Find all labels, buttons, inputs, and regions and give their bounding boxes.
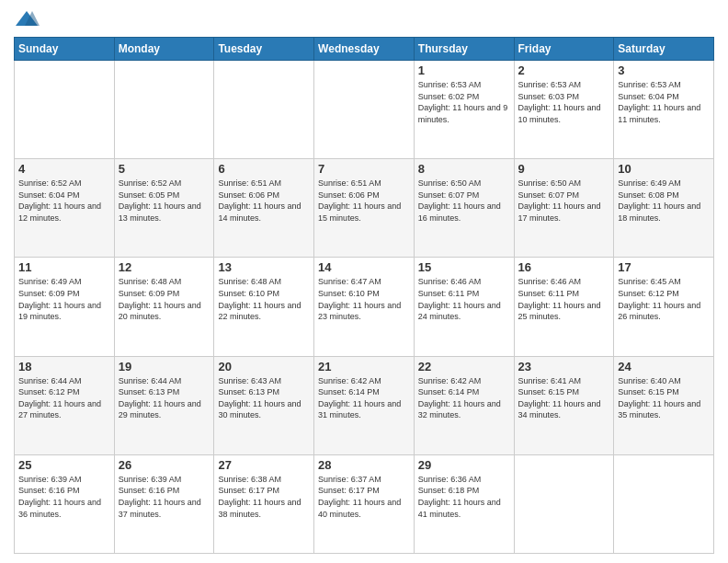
calendar-cell: 3Sunrise: 6:53 AM Sunset: 6:04 PM Daylig… <box>614 61 714 159</box>
day-info: Sunrise: 6:46 AM Sunset: 6:11 PM Dayligh… <box>518 276 610 322</box>
day-info: Sunrise: 6:42 AM Sunset: 6:14 PM Dayligh… <box>318 375 410 421</box>
calendar-header-row: SundayMondayTuesdayWednesdayThursdayFrid… <box>15 38 714 61</box>
day-number: 19 <box>119 360 210 373</box>
day-number: 16 <box>518 260 610 274</box>
day-number: 14 <box>318 260 410 274</box>
calendar-cell <box>314 61 415 159</box>
day-number: 1 <box>418 63 510 77</box>
day-number: 11 <box>18 260 110 274</box>
logo-icon <box>14 9 40 29</box>
day-number: 4 <box>18 162 110 176</box>
day-info: Sunrise: 6:51 AM Sunset: 6:06 PM Dayligh… <box>318 178 410 224</box>
day-number: 29 <box>418 458 510 472</box>
day-info: Sunrise: 6:38 AM Sunset: 6:17 PM Dayligh… <box>218 474 310 520</box>
calendar-day-header: Wednesday <box>314 38 415 61</box>
calendar-cell: 26Sunrise: 6:39 AM Sunset: 6:16 PM Dayli… <box>114 454 214 553</box>
calendar-cell: 11Sunrise: 6:49 AM Sunset: 6:09 PM Dayli… <box>15 258 115 356</box>
day-number: 10 <box>618 162 710 176</box>
day-info: Sunrise: 6:50 AM Sunset: 6:07 PM Dayligh… <box>418 178 510 224</box>
calendar-cell: 21Sunrise: 6:42 AM Sunset: 6:14 PM Dayli… <box>314 356 415 454</box>
calendar-cell: 29Sunrise: 6:36 AM Sunset: 6:18 PM Dayli… <box>414 454 514 553</box>
calendar-cell: 17Sunrise: 6:45 AM Sunset: 6:12 PM Dayli… <box>614 258 714 356</box>
day-number: 24 <box>618 360 710 373</box>
calendar-cell: 19Sunrise: 6:44 AM Sunset: 6:13 PM Dayli… <box>114 356 214 454</box>
day-info: Sunrise: 6:50 AM Sunset: 6:07 PM Dayligh… <box>518 178 610 224</box>
calendar-cell: 27Sunrise: 6:38 AM Sunset: 6:17 PM Dayli… <box>214 454 314 553</box>
day-number: 26 <box>119 458 210 472</box>
day-number: 6 <box>218 162 310 176</box>
day-number: 22 <box>418 360 510 373</box>
day-number: 23 <box>518 360 610 373</box>
calendar-cell: 14Sunrise: 6:47 AM Sunset: 6:10 PM Dayli… <box>314 258 415 356</box>
calendar-cell: 9Sunrise: 6:50 AM Sunset: 6:07 PM Daylig… <box>514 159 614 258</box>
calendar-cell: 2Sunrise: 6:53 AM Sunset: 6:03 PM Daylig… <box>514 61 614 159</box>
day-number: 25 <box>18 458 110 472</box>
calendar-cell: 4Sunrise: 6:52 AM Sunset: 6:04 PM Daylig… <box>15 159 115 258</box>
day-info: Sunrise: 6:52 AM Sunset: 6:04 PM Dayligh… <box>18 178 110 224</box>
day-info: Sunrise: 6:45 AM Sunset: 6:12 PM Dayligh… <box>618 276 710 322</box>
calendar-cell: 24Sunrise: 6:40 AM Sunset: 6:15 PM Dayli… <box>614 356 714 454</box>
calendar-cell: 15Sunrise: 6:46 AM Sunset: 6:11 PM Dayli… <box>414 258 514 356</box>
calendar-cell <box>614 454 714 553</box>
day-info: Sunrise: 6:44 AM Sunset: 6:13 PM Dayligh… <box>119 375 210 421</box>
day-info: Sunrise: 6:44 AM Sunset: 6:12 PM Dayligh… <box>18 375 110 421</box>
calendar-cell: 18Sunrise: 6:44 AM Sunset: 6:12 PM Dayli… <box>15 356 115 454</box>
day-info: Sunrise: 6:46 AM Sunset: 6:11 PM Dayligh… <box>418 276 510 322</box>
day-info: Sunrise: 6:53 AM Sunset: 6:04 PM Dayligh… <box>618 79 710 125</box>
calendar-cell: 1Sunrise: 6:53 AM Sunset: 6:02 PM Daylig… <box>414 61 514 159</box>
day-number: 21 <box>318 360 410 373</box>
calendar-cell: 6Sunrise: 6:51 AM Sunset: 6:06 PM Daylig… <box>214 159 314 258</box>
day-info: Sunrise: 6:47 AM Sunset: 6:10 PM Dayligh… <box>318 276 410 322</box>
calendar-cell: 7Sunrise: 6:51 AM Sunset: 6:06 PM Daylig… <box>314 159 415 258</box>
calendar-week-row: 1Sunrise: 6:53 AM Sunset: 6:02 PM Daylig… <box>15 61 714 159</box>
day-info: Sunrise: 6:48 AM Sunset: 6:09 PM Dayligh… <box>119 276 210 322</box>
day-info: Sunrise: 6:48 AM Sunset: 6:10 PM Dayligh… <box>218 276 310 322</box>
day-number: 5 <box>119 162 210 176</box>
calendar-cell: 8Sunrise: 6:50 AM Sunset: 6:07 PM Daylig… <box>414 159 514 258</box>
day-info: Sunrise: 6:53 AM Sunset: 6:03 PM Dayligh… <box>518 79 610 125</box>
page: SundayMondayTuesdayWednesdayThursdayFrid… <box>0 0 728 563</box>
day-number: 8 <box>418 162 510 176</box>
day-number: 3 <box>618 63 710 77</box>
calendar-cell: 13Sunrise: 6:48 AM Sunset: 6:10 PM Dayli… <box>214 258 314 356</box>
day-info: Sunrise: 6:53 AM Sunset: 6:02 PM Dayligh… <box>418 79 510 125</box>
calendar-cell: 20Sunrise: 6:43 AM Sunset: 6:13 PM Dayli… <box>214 356 314 454</box>
header <box>14 9 714 29</box>
day-number: 18 <box>18 360 110 373</box>
day-info: Sunrise: 6:49 AM Sunset: 6:08 PM Dayligh… <box>618 178 710 224</box>
day-number: 17 <box>618 260 710 274</box>
calendar-day-header: Tuesday <box>214 38 314 61</box>
day-info: Sunrise: 6:36 AM Sunset: 6:18 PM Dayligh… <box>418 474 510 520</box>
calendar-day-header: Monday <box>114 38 214 61</box>
day-info: Sunrise: 6:43 AM Sunset: 6:13 PM Dayligh… <box>218 375 310 421</box>
calendar-week-row: 18Sunrise: 6:44 AM Sunset: 6:12 PM Dayli… <box>15 356 714 454</box>
day-number: 28 <box>318 458 410 472</box>
calendar-day-header: Saturday <box>614 38 714 61</box>
day-number: 13 <box>218 260 310 274</box>
calendar-table: SundayMondayTuesdayWednesdayThursdayFrid… <box>14 37 714 554</box>
calendar-cell: 28Sunrise: 6:37 AM Sunset: 6:17 PM Dayli… <box>314 454 415 553</box>
day-info: Sunrise: 6:40 AM Sunset: 6:15 PM Dayligh… <box>618 375 710 421</box>
calendar-cell: 16Sunrise: 6:46 AM Sunset: 6:11 PM Dayli… <box>514 258 614 356</box>
day-info: Sunrise: 6:41 AM Sunset: 6:15 PM Dayligh… <box>518 375 610 421</box>
day-info: Sunrise: 6:39 AM Sunset: 6:16 PM Dayligh… <box>119 474 210 520</box>
calendar-cell: 25Sunrise: 6:39 AM Sunset: 6:16 PM Dayli… <box>15 454 115 553</box>
day-number: 9 <box>518 162 610 176</box>
day-number: 2 <box>518 63 610 77</box>
calendar-cell: 10Sunrise: 6:49 AM Sunset: 6:08 PM Dayli… <box>614 159 714 258</box>
calendar-week-row: 11Sunrise: 6:49 AM Sunset: 6:09 PM Dayli… <box>15 258 714 356</box>
day-info: Sunrise: 6:51 AM Sunset: 6:06 PM Dayligh… <box>218 178 310 224</box>
logo <box>14 9 43 29</box>
day-info: Sunrise: 6:37 AM Sunset: 6:17 PM Dayligh… <box>318 474 410 520</box>
day-number: 27 <box>218 458 310 472</box>
day-number: 7 <box>318 162 410 176</box>
day-number: 20 <box>218 360 310 373</box>
day-number: 15 <box>418 260 510 274</box>
calendar-cell <box>214 61 314 159</box>
day-info: Sunrise: 6:39 AM Sunset: 6:16 PM Dayligh… <box>18 474 110 520</box>
calendar-week-row: 4Sunrise: 6:52 AM Sunset: 6:04 PM Daylig… <box>15 159 714 258</box>
calendar-cell <box>114 61 214 159</box>
day-info: Sunrise: 6:42 AM Sunset: 6:14 PM Dayligh… <box>418 375 510 421</box>
calendar-cell: 5Sunrise: 6:52 AM Sunset: 6:05 PM Daylig… <box>114 159 214 258</box>
calendar-day-header: Friday <box>514 38 614 61</box>
